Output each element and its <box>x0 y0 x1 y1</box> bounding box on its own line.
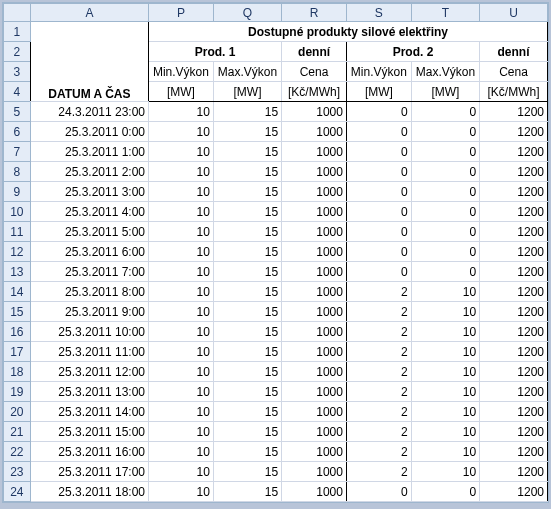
cell-s[interactable]: 0 <box>346 202 411 222</box>
cell-u[interactable]: 1200 <box>480 162 548 182</box>
cell-datetime[interactable]: 25.3.2011 7:00 <box>30 262 148 282</box>
cell-q[interactable]: 15 <box>213 302 281 322</box>
cell-t[interactable]: 10 <box>411 322 479 342</box>
cell-p[interactable]: 10 <box>149 342 214 362</box>
cell-p[interactable]: 10 <box>149 382 214 402</box>
cell-p[interactable]: 10 <box>149 222 214 242</box>
header-cena-1[interactable]: Cena <box>282 62 347 82</box>
cell-datetime[interactable]: 25.3.2011 0:00 <box>30 122 148 142</box>
row-header-22[interactable]: 22 <box>4 442 31 462</box>
cell-r[interactable]: 1000 <box>282 262 347 282</box>
row-header-16[interactable]: 16 <box>4 322 31 342</box>
row-header-4[interactable]: 4 <box>4 82 31 102</box>
cell-t[interactable]: 10 <box>411 362 479 382</box>
row-header-21[interactable]: 21 <box>4 422 31 442</box>
header-maxvykon-1[interactable]: Max.Výkon <box>213 62 281 82</box>
row-header-5[interactable]: 5 <box>4 102 31 122</box>
header-cena-2[interactable]: Cena <box>480 62 548 82</box>
cell-datetime[interactable]: 25.3.2011 13:00 <box>30 382 148 402</box>
cell-r[interactable]: 1000 <box>282 102 347 122</box>
cell-s[interactable]: 2 <box>346 302 411 322</box>
header-unit-mw-t[interactable]: [MW] <box>411 82 479 102</box>
cell-q[interactable]: 15 <box>213 182 281 202</box>
header-minvykon-2[interactable]: Min.Výkon <box>346 62 411 82</box>
cell-datetime[interactable]: 25.3.2011 11:00 <box>30 342 148 362</box>
row-header-8[interactable]: 8 <box>4 162 31 182</box>
cell-t[interactable]: 0 <box>411 242 479 262</box>
cell-datetime[interactable]: 25.3.2011 2:00 <box>30 162 148 182</box>
cell-u[interactable]: 1200 <box>480 402 548 422</box>
col-header-T[interactable]: T <box>411 4 479 22</box>
row-header-1[interactable]: 1 <box>4 22 31 42</box>
row-header-2[interactable]: 2 <box>4 42 31 62</box>
cell-r[interactable]: 1000 <box>282 162 347 182</box>
cell-p[interactable]: 10 <box>149 202 214 222</box>
cell-r[interactable]: 1000 <box>282 442 347 462</box>
cell-r[interactable]: 1000 <box>282 462 347 482</box>
cell-q[interactable]: 15 <box>213 462 281 482</box>
cell-r[interactable]: 1000 <box>282 122 347 142</box>
cell-q[interactable]: 15 <box>213 482 281 502</box>
grid[interactable]: A P Q R S T U 1 DATUM A ČAS Dostupné pro… <box>3 3 548 502</box>
cell-q[interactable]: 15 <box>213 122 281 142</box>
header-unit-mw-q[interactable]: [MW] <box>213 82 281 102</box>
cell-t[interactable]: 10 <box>411 442 479 462</box>
row-header-9[interactable]: 9 <box>4 182 31 202</box>
cell-s[interactable]: 0 <box>346 242 411 262</box>
cell-u[interactable]: 1200 <box>480 462 548 482</box>
cell-s[interactable]: 2 <box>346 362 411 382</box>
cell-p[interactable]: 10 <box>149 102 214 122</box>
cell-q[interactable]: 15 <box>213 222 281 242</box>
row-header-15[interactable]: 15 <box>4 302 31 322</box>
cell-q[interactable]: 15 <box>213 342 281 362</box>
cell-s[interactable]: 0 <box>346 102 411 122</box>
cell-r[interactable]: 1000 <box>282 362 347 382</box>
cell-r[interactable]: 1000 <box>282 402 347 422</box>
cell-t[interactable]: 0 <box>411 222 479 242</box>
cell-r[interactable]: 1000 <box>282 322 347 342</box>
cell-u[interactable]: 1200 <box>480 322 548 342</box>
row-header-23[interactable]: 23 <box>4 462 31 482</box>
cell-t[interactable]: 0 <box>411 102 479 122</box>
cell-t[interactable]: 10 <box>411 342 479 362</box>
cell-u[interactable]: 1200 <box>480 422 548 442</box>
cell-p[interactable]: 10 <box>149 462 214 482</box>
col-header-P[interactable]: P <box>149 4 214 22</box>
cell-r[interactable]: 1000 <box>282 422 347 442</box>
cell-s[interactable]: 2 <box>346 282 411 302</box>
cell-t[interactable]: 0 <box>411 162 479 182</box>
cell-s[interactable]: 2 <box>346 342 411 362</box>
cell-datetime[interactable]: 25.3.2011 16:00 <box>30 442 148 462</box>
cell-p[interactable]: 10 <box>149 422 214 442</box>
cell-s[interactable]: 0 <box>346 482 411 502</box>
row-header-10[interactable]: 10 <box>4 202 31 222</box>
cell-datetime[interactable]: 25.3.2011 10:00 <box>30 322 148 342</box>
cell-u[interactable]: 1200 <box>480 202 548 222</box>
cell-datetime[interactable]: 25.3.2011 8:00 <box>30 282 148 302</box>
cell-p[interactable]: 10 <box>149 242 214 262</box>
header-top-span[interactable]: Dostupné produkty silové elektřiny <box>149 22 548 42</box>
cell-u[interactable]: 1200 <box>480 222 548 242</box>
cell-t[interactable]: 0 <box>411 122 479 142</box>
cell-q[interactable]: 15 <box>213 382 281 402</box>
header-unit-mw-s[interactable]: [MW] <box>346 82 411 102</box>
cell-datetime[interactable]: 25.3.2011 5:00 <box>30 222 148 242</box>
row-header-20[interactable]: 20 <box>4 402 31 422</box>
cell-u[interactable]: 1200 <box>480 302 548 322</box>
col-header-U[interactable]: U <box>480 4 548 22</box>
row-header-19[interactable]: 19 <box>4 382 31 402</box>
cell-u[interactable]: 1200 <box>480 362 548 382</box>
cell-q[interactable]: 15 <box>213 262 281 282</box>
cell-u[interactable]: 1200 <box>480 102 548 122</box>
header-minvykon-1[interactable]: Min.Výkon <box>149 62 214 82</box>
header-datum-a-cas[interactable]: DATUM A ČAS <box>30 22 148 102</box>
cell-datetime[interactable]: 25.3.2011 15:00 <box>30 422 148 442</box>
cell-p[interactable]: 10 <box>149 122 214 142</box>
spreadsheet[interactable]: A P Q R S T U 1 DATUM A ČAS Dostupné pro… <box>2 2 549 503</box>
cell-r[interactable]: 1000 <box>282 222 347 242</box>
cell-datetime[interactable]: 25.3.2011 3:00 <box>30 182 148 202</box>
cell-datetime[interactable]: 25.3.2011 9:00 <box>30 302 148 322</box>
row-header-24[interactable]: 24 <box>4 482 31 502</box>
cell-t[interactable]: 10 <box>411 402 479 422</box>
cell-datetime[interactable]: 25.3.2011 18:00 <box>30 482 148 502</box>
